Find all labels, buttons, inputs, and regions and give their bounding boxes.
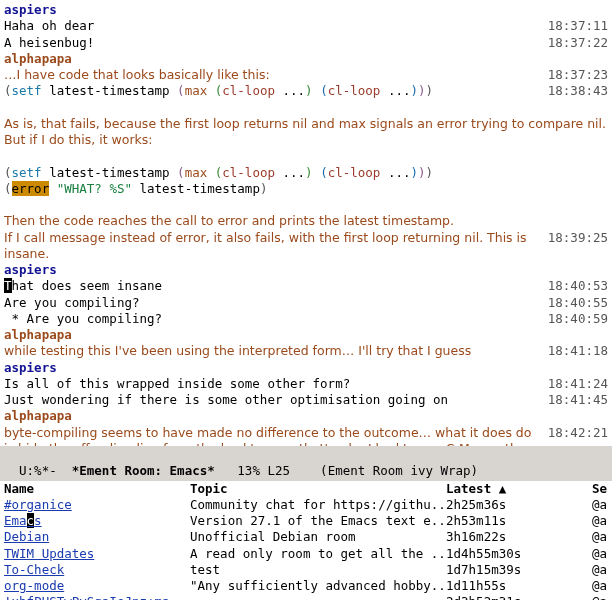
chat-username: aspiers <box>4 360 608 376</box>
chat-line: Just wondering if there is some other op… <box>4 392 608 408</box>
chat-pane[interactable]: aspiersHaha oh dear18:37:11A heisenbug!1… <box>0 0 612 446</box>
room-topic: Version 27.1 of the Emacs text e... <box>190 513 446 529</box>
chat-line: That does seem insane18:40:53 <box>4 278 608 294</box>
room-topic <box>190 594 446 600</box>
col-latest[interactable]: Latest ▲ <box>446 481 592 497</box>
room-session: @a▸ <box>592 497 608 513</box>
timestamp: 18:41:45 <box>538 392 608 408</box>
chat-line: alphapapa <box>4 327 608 343</box>
timestamp: 18:37:23 <box>538 67 608 83</box>
chat-line <box>4 197 608 213</box>
code-block: (setf latest-timestamp (max (cl-loop ...… <box>4 165 608 181</box>
room-session: @a▸ <box>592 546 608 562</box>
room-session: @a▸ <box>592 594 608 600</box>
modeline-mode: (Ement Room ivy Wrap) <box>320 463 478 478</box>
col-session[interactable]: Sess <box>592 481 608 497</box>
modeline-chat: U:%*- *Ement Room: Emacs* 13% L25 (Ement… <box>0 446 612 481</box>
timestamp: 18:39:25 <box>538 230 608 246</box>
chat-message: A heisenbug! <box>4 35 538 51</box>
timestamp: 18:38:43 <box>538 83 608 99</box>
room-latest: 1d4h55m30s <box>446 546 592 562</box>
modeline-buffer-name: *Ement Room: Emacs* <box>72 463 215 478</box>
chat-line: (setf latest-timestamp (max (cl-loop ...… <box>4 165 608 181</box>
room-list-header: NameTopicLatest ▲Sess <box>0 481 612 497</box>
chat-username: aspiers <box>4 262 608 278</box>
room-latest: 1d7h15m39s <box>446 562 592 578</box>
room-row[interactable]: DebianUnofficial Debian room3h16m22s@a▸ <box>0 529 612 545</box>
chat-message: Then the code reaches the call to error … <box>4 213 608 229</box>
room-latest: 2d3h52m31s <box>446 594 592 600</box>
chat-line: byte-compiling seems to have made no dif… <box>4 425 608 447</box>
chat-message: …I have code that looks basically like t… <box>4 67 538 83</box>
room-name[interactable]: Emacs <box>4 513 190 529</box>
room-name[interactable]: Debian <box>4 529 190 545</box>
chat-message: * Are you compiling? <box>4 311 538 327</box>
room-list-pane[interactable]: NameTopicLatest ▲Sess#organiceCommunity … <box>0 481 612 601</box>
chat-username: alphapapa <box>4 51 608 67</box>
room-topic: Community chat for https://githu... <box>190 497 446 513</box>
room-row[interactable]: #organiceCommunity chat for https://gith… <box>0 497 612 513</box>
room-row[interactable]: org-mode"Any sufficiently advanced hobby… <box>0 578 612 594</box>
chat-line: If I call message instead of error, it a… <box>4 230 608 263</box>
text-cursor: c <box>27 513 35 528</box>
text-cursor: T <box>4 278 12 293</box>
chat-line: As is, that fails, because the first loo… <box>4 116 608 149</box>
room-topic: Unofficial Debian room <box>190 529 446 545</box>
col-topic[interactable]: Topic <box>190 481 446 497</box>
chat-message: Are you compiling? <box>4 295 538 311</box>
chat-line: alphapapa <box>4 408 608 424</box>
room-latest: 2h53m11s <box>446 513 592 529</box>
room-session: @a▸ <box>592 513 608 529</box>
chat-message: As is, that fails, because the first loo… <box>4 116 608 149</box>
room-name[interactable]: To-Check <box>4 562 190 578</box>
room-session: @a▸ <box>592 578 608 594</box>
code-block: (setf latest-timestamp (max (cl-loop ...… <box>4 83 538 99</box>
chat-line: aspiers <box>4 2 608 18</box>
chat-line: * Are you compiling?18:40:59 <box>4 311 608 327</box>
room-session: @a▸ <box>592 529 608 545</box>
chat-username: alphapapa <box>4 408 608 424</box>
room-row[interactable]: To-Checktest1d7h15m39s@a▸ <box>0 562 612 578</box>
chat-line: …I have code that looks basically like t… <box>4 67 608 83</box>
chat-line: (error "WHAT? %S" latest-timestamp) <box>4 181 608 197</box>
room-topic: A read only room to get all the ... <box>190 546 446 562</box>
chat-message: If I call message instead of error, it a… <box>4 230 538 263</box>
chat-line: while testing this I've been using the i… <box>4 343 608 359</box>
chat-line: Are you compiling?18:40:55 <box>4 295 608 311</box>
chat-line: Haha oh dear18:37:11 <box>4 18 608 34</box>
room-latest: 1d11h55s <box>446 578 592 594</box>
room-row[interactable]: EmacsVersion 27.1 of the Emacs text e...… <box>0 513 612 529</box>
room-row[interactable]: !xbfPHSTwPySgaIeJnz:ma...2d3h52m31s@a▸ <box>0 594 612 600</box>
room-name[interactable]: org-mode <box>4 578 190 594</box>
room-topic: test <box>190 562 446 578</box>
modeline-position: 13% L25 <box>215 463 320 478</box>
chat-line <box>4 148 608 164</box>
chat-line: alphapapa <box>4 51 608 67</box>
room-name[interactable]: TWIM Updates <box>4 546 190 562</box>
room-latest: 2h25m36s <box>446 497 592 513</box>
chat-message: Just wondering if there is some other op… <box>4 392 538 408</box>
chat-message: That does seem insane <box>4 278 538 294</box>
chat-line: (setf latest-timestamp (max (cl-loop ...… <box>4 83 608 99</box>
code-block: (error "WHAT? %S" latest-timestamp) <box>4 181 608 197</box>
chat-message: byte-compiling seems to have made no dif… <box>4 425 538 447</box>
chat-line <box>4 100 608 116</box>
chat-message: Haha oh dear <box>4 18 538 34</box>
sort-arrow-icon: ▲ <box>499 481 507 496</box>
timestamp: 18:40:59 <box>538 311 608 327</box>
timestamp: 18:41:18 <box>538 343 608 359</box>
room-topic: "Any sufficiently advanced hobby... <box>190 578 446 594</box>
room-latest: 3h16m22s <box>446 529 592 545</box>
chat-line: A heisenbug!18:37:22 <box>4 35 608 51</box>
chat-line: Then the code reaches the call to error … <box>4 213 608 229</box>
col-name[interactable]: Name <box>4 481 190 497</box>
timestamp: 18:37:11 <box>538 18 608 34</box>
chat-message: Is all of this wrapped inside some other… <box>4 376 538 392</box>
room-row[interactable]: TWIM UpdatesA read only room to get all … <box>0 546 612 562</box>
room-name[interactable]: #organice <box>4 497 190 513</box>
timestamp: 18:37:22 <box>538 35 608 51</box>
timestamp: 18:40:53 <box>538 278 608 294</box>
room-name[interactable]: !xbfPHSTwPySgaIeJnz:ma... <box>4 594 190 600</box>
room-session: @a▸ <box>592 562 608 578</box>
modeline-left: U:%*- <box>19 463 72 478</box>
